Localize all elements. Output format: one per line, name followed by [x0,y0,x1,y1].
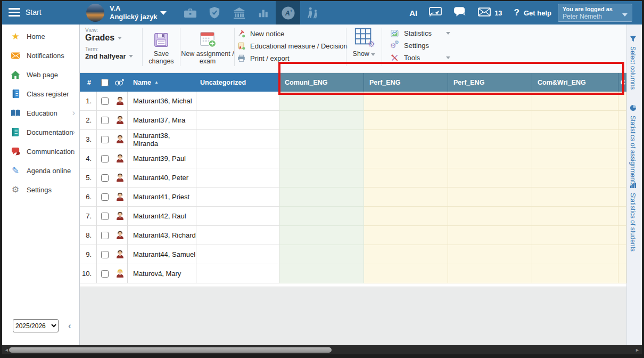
term-dropdown[interactable]: 2nd halfyear [85,52,133,60]
student-name[interactable]: Maturant41, Priest [128,188,196,207]
grade-cell[interactable] [448,130,532,149]
grade-cell-partial[interactable] [618,207,626,226]
toolbar-item-settings[interactable]: ⚙⚙Settings [390,39,544,52]
grade-cell[interactable] [364,207,448,226]
row-checkbox[interactable] [101,174,109,182]
grade-cell[interactable] [364,245,448,264]
row-checkbox[interactable] [101,251,109,258]
new-assignment-button[interactable]: New assignment / exam [181,27,234,65]
grade-cell-partial[interactable] [618,264,626,283]
view-dropdown[interactable]: Grades [85,33,133,43]
grade-cell-partial[interactable] [618,168,626,188]
toolbar-item-new-notice[interactable]: New notice [237,28,348,40]
grade-cell[interactable] [532,149,618,168]
grade-cell[interactable] [448,207,532,226]
index-column-header[interactable]: # [80,73,97,92]
sidebar-item-class-register[interactable]: Class register [2,84,79,103]
toolbar-item-tools[interactable]: Tools [390,52,544,64]
class-selector[interactable]: V.A Anglický jazyk [110,4,158,21]
ai-button[interactable]: AI [409,9,417,18]
grade-cell[interactable] [279,245,364,264]
grade-cell[interactable] [532,264,618,283]
grade-cell[interactable] [448,111,532,130]
grade-cell[interactable] [279,149,364,168]
grade-cell[interactable] [279,130,364,149]
logged-user-menu[interactable]: You are logged as Peter Németh [558,4,632,22]
grade-cell[interactable] [532,168,618,188]
uncategorized-cell[interactable] [196,207,279,226]
grade-cell[interactable] [279,207,364,226]
grade-cell[interactable] [279,111,364,130]
grade-column-header-partial[interactable]: C [618,73,626,92]
grade-cell[interactable] [448,245,532,264]
grade-cell-partial[interactable] [618,149,626,168]
select-all-checkbox[interactable] [101,79,109,86]
sidebar-item-education[interactable]: Education › [2,103,79,123]
grade-cell[interactable] [448,92,532,111]
row-checkbox[interactable] [101,270,109,278]
grade-cell-partial[interactable] [618,188,626,207]
sidebar-item-settings[interactable]: ⚙ Settings [2,180,79,199]
cast-icon[interactable] [429,7,442,19]
uncategorized-cell[interactable] [196,264,279,283]
grade-cell[interactable] [364,92,448,111]
name-column-header[interactable]: Name▲ [128,73,196,92]
shield-check-icon[interactable] [202,1,227,25]
class-dropdown-caret-icon[interactable] [160,11,167,15]
scroll-right-arrow-icon[interactable]: ► [635,347,640,353]
student-name[interactable]: Maturant37, Mira [128,111,196,130]
uncategorized-cell[interactable] [196,168,279,188]
grade-cell[interactable] [448,264,532,283]
grade-cell[interactable] [364,130,448,149]
right-panel-statistics-of-assignments[interactable]: Statistics of assignments [629,104,637,186]
show-button[interactable]: ⚙ Show [349,27,379,58]
uncategorized-cell[interactable] [196,226,279,245]
uncategorized-cell[interactable] [196,92,279,111]
grade-cell[interactable] [279,188,364,207]
grade-column-header[interactable]: Comuni_ENG [279,73,364,92]
grade-cell-partial[interactable] [618,245,626,264]
grade-cell-partial[interactable] [618,130,626,149]
sidebar-item-web-page[interactable]: Web page [2,65,79,84]
grade-cell[interactable] [532,226,618,245]
student-name[interactable]: Maturant43, Richard [128,226,196,245]
grade-cell[interactable] [364,149,448,168]
grade-cell-partial[interactable] [618,226,626,245]
scroll-left-arrow-icon[interactable]: ◄ [4,347,9,353]
uncategorized-cell[interactable] [196,111,279,130]
grade-cell[interactable] [532,130,618,149]
sidebar-item-communication[interactable]: Communication › [2,142,79,161]
chat-icon[interactable] [453,6,466,20]
toolbar-item-statistics[interactable]: Statistics [390,27,544,39]
student-name[interactable]: Maturant40, Peter [128,168,196,188]
row-checkbox[interactable] [101,193,109,201]
start-menu[interactable]: Start [26,8,42,17]
grade-column-header[interactable]: Perf_ENG [448,73,532,92]
uncategorized-cell[interactable] [196,245,279,264]
row-checkbox[interactable] [101,232,109,239]
grade-column-header[interactable]: Com&Wri_ENG [532,73,618,92]
sidebar-item-notifications[interactable]: Notifications [2,46,79,65]
student-name[interactable]: Maturant44, Samuel [128,245,196,264]
grade-cell[interactable] [279,92,364,111]
sidebar-item-agenda-online[interactable]: ✎ Agenda online [2,161,79,180]
sidebar-collapse-button[interactable]: ‹ [68,321,71,331]
grade-cell[interactable] [532,245,618,264]
student-name[interactable]: Maturant39, Paul [128,149,196,168]
grade-cell[interactable] [448,149,532,168]
grade-a-plus-icon[interactable]: A+ [276,1,300,25]
grade-cell-partial[interactable] [618,111,626,130]
grade-cell[interactable] [364,168,448,188]
grade-cell[interactable] [364,226,448,245]
horizontal-scrollbar[interactable]: ◄ ► [2,345,642,354]
row-checkbox[interactable] [101,136,109,143]
row-checkbox[interactable] [101,213,109,220]
row-checkbox[interactable] [101,155,109,162]
grade-cell[interactable] [448,226,532,245]
grade-cell[interactable] [364,188,448,207]
grade-cell[interactable] [279,168,364,188]
save-changes-button[interactable]: Save changes [145,27,177,65]
grade-cell[interactable] [532,92,618,111]
sidebar-item-documentation[interactable]: Documentation › [2,123,79,142]
student-name[interactable]: Maturant36, Michal [128,92,196,111]
